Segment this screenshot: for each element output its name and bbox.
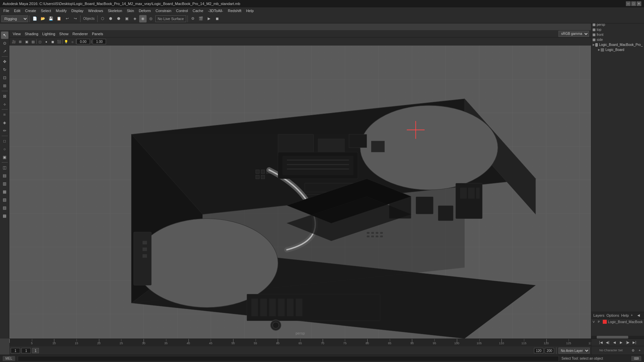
menu-item-select[interactable]: Select <box>39 8 53 13</box>
anim-layer-select[interactable]: No Anim Layer <box>558 348 590 354</box>
undo-btn[interactable]: ↩ <box>63 15 71 22</box>
step-forward-btn[interactable]: |▶ <box>625 339 631 345</box>
move-tool-btn[interactable]: ✥ <box>1 58 8 65</box>
menu-item-windows[interactable]: Windows <box>86 8 105 13</box>
poly-cube-btn[interactable]: ▣ <box>1 154 8 161</box>
vp-menu-view[interactable]: View <box>11 31 22 37</box>
play-forward-btn[interactable]: ▶ <box>618 339 624 345</box>
layers-scrollbar[interactable] <box>591 336 644 339</box>
timeline-start-frame[interactable] <box>11 348 20 353</box>
menu-item-display[interactable]: Display <box>69 8 86 13</box>
vp-menu-show[interactable]: Show <box>58 31 70 37</box>
rigging-tool2-btn[interactable]: ▦ <box>1 188 8 195</box>
menu-item-dtoall[interactable]: -3DToAll- <box>206 8 225 13</box>
select-by-object[interactable]: ⬣ <box>115 15 122 22</box>
vp-camera-btn[interactable]: 🎥 <box>11 39 17 45</box>
paint-skin-btn[interactable]: ◫ <box>1 164 8 171</box>
rigging-tool3-btn[interactable]: ▧ <box>1 196 8 203</box>
rigging-dropdown[interactable]: Rigging <box>1 15 28 22</box>
playblast[interactable]: ▶ <box>205 15 213 22</box>
outliner-item-top[interactable]: top <box>591 27 644 32</box>
rigging-tool4-btn[interactable]: ▨ <box>1 204 8 212</box>
command-line-input[interactable] <box>18 356 559 361</box>
paint-select-btn[interactable]: ⊙ <box>1 40 8 47</box>
timeline-frame-input[interactable] <box>33 348 39 353</box>
menu-item-skeleton[interactable]: Skeleton <box>106 8 124 13</box>
poly-plane-btn[interactable]: □ <box>1 137 8 145</box>
vp-textured-btn[interactable]: ⬛ <box>56 39 62 45</box>
vp-near-clip[interactable] <box>76 39 90 44</box>
char-set-options-btn[interactable]: ⚙ <box>630 347 636 353</box>
char-set-add-btn[interactable]: + <box>637 347 643 353</box>
timeline-end-frame[interactable] <box>534 348 543 353</box>
soft-select-btn[interactable]: ⊠ <box>1 93 8 100</box>
vp-flat-btn[interactable]: ◼ <box>50 39 56 45</box>
layer-v-btn[interactable]: V <box>593 320 596 323</box>
curve-cv-btn[interactable]: ⌗ <box>1 111 8 118</box>
menu-item-modify[interactable]: Modify <box>54 8 68 13</box>
script-editor-btn[interactable]: ⌨ <box>631 356 641 361</box>
menu-item-control[interactable]: Control <box>174 8 190 13</box>
layer-item-logicboard[interactable]: V P Logic_Board_MacBook <box>591 319 644 325</box>
menu-item-deform[interactable]: Deform <box>137 8 153 13</box>
mel-tab-btn[interactable]: MEL <box>3 356 15 361</box>
vp-wireframe-btn[interactable]: ◻ <box>37 39 43 45</box>
menu-item-cache[interactable]: Cache <box>191 8 205 13</box>
maximize-button[interactable]: □ <box>631 1 636 6</box>
vp-menu-lighting[interactable]: Lighting <box>41 31 57 37</box>
save-scene-btn[interactable]: 📋 <box>55 15 63 22</box>
layers-tab-options[interactable]: Options <box>606 313 619 317</box>
new-scene-btn[interactable]: 📄 <box>31 15 39 22</box>
menu-item-create[interactable]: Create <box>23 8 38 13</box>
layers-prev-btn[interactable]: ◀ <box>636 312 642 318</box>
vp-res-gate-btn[interactable]: ▤ <box>30 39 36 45</box>
timeline-ruler[interactable]: 5101520253035404550556065707580859095100… <box>9 339 591 346</box>
outliner-item-front[interactable]: front <box>591 32 644 37</box>
redo-btn[interactable]: ↪ <box>71 15 79 22</box>
scene-canvas[interactable]: persp <box>9 46 591 339</box>
timeline-current-frame1[interactable] <box>21 348 31 353</box>
layers-tab-help[interactable]: Help <box>621 313 629 317</box>
curve-ep-btn[interactable]: ◈ <box>1 119 8 126</box>
vp-menu-panels[interactable]: Panels <box>91 31 105 37</box>
layer-p-btn[interactable]: P <box>598 320 601 323</box>
vp-grid-btn[interactable]: ⊞ <box>17 39 23 45</box>
select-edge[interactable]: ◈ <box>131 15 139 22</box>
menu-item-skin[interactable]: Skin <box>125 8 136 13</box>
select-vertex[interactable]: ◎ <box>147 15 155 22</box>
rigging-tool5-btn[interactable]: ▩ <box>1 212 8 220</box>
comp-editor-btn[interactable]: ▤ <box>1 172 8 179</box>
vp-far-clip[interactable] <box>93 39 106 44</box>
step-back-btn[interactable]: ◀| <box>605 339 611 345</box>
menu-item-edit[interactable]: Edit <box>12 8 22 13</box>
layers-tab-layers[interactable]: Layers <box>593 313 604 317</box>
viewport[interactable]: View Shading Lighting Show Renderer Pane… <box>9 30 591 339</box>
lasso-select-btn[interactable]: ↗ <box>1 48 8 55</box>
timeline-max-frame[interactable] <box>545 348 554 353</box>
menu-item-file[interactable]: File <box>1 8 11 13</box>
universal-manip-btn[interactable]: ⊞ <box>1 82 8 89</box>
save-btn[interactable]: 💾 <box>47 15 55 22</box>
vp-menu-renderer[interactable]: Renderer <box>71 31 89 37</box>
gamma-select[interactable]: sRGB gamma <box>558 31 589 37</box>
render-btn[interactable]: ◼ <box>213 15 221 22</box>
vp-film-gate-btn[interactable]: ▣ <box>23 39 30 45</box>
layers-add-btn[interactable]: + <box>629 312 635 318</box>
rigging-tool1-btn[interactable]: ▥ <box>1 180 8 187</box>
open-btn[interactable]: 📂 <box>39 15 47 22</box>
scale-tool-btn[interactable]: ⊡ <box>1 74 8 81</box>
close-button[interactable]: ✕ <box>637 1 641 6</box>
go-to-end-btn[interactable]: ▶| <box>632 339 638 345</box>
nurbs-sphere-btn[interactable]: ○ <box>1 145 8 153</box>
render-view[interactable]: 🎬 <box>197 15 205 22</box>
menu-item-help[interactable]: Help <box>244 8 256 13</box>
vp-menu-shading[interactable]: Shading <box>23 31 40 37</box>
outliner-item-side[interactable]: side <box>591 37 644 42</box>
layers-next-btn[interactable]: ▶ <box>642 312 644 318</box>
show-manip-btn[interactable]: ⟡ <box>1 101 8 108</box>
vp-smooth-btn[interactable]: ● <box>43 39 49 45</box>
select-by-component[interactable]: ⬡ <box>99 15 106 22</box>
go-to-start-btn[interactable]: |◀ <box>598 339 604 345</box>
outliner-item-logicboard-group[interactable]: ▶ Logic_Board_MacBook_Pro_ <box>591 42 644 47</box>
select-poly[interactable]: ▣ <box>123 15 130 22</box>
